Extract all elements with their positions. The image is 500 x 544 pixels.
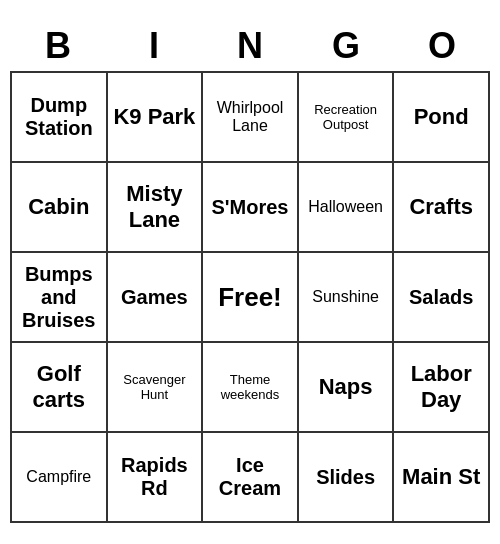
bingo-cell-r2-c3: Sunshine xyxy=(299,253,395,343)
bingo-cell-r3-c4: Labor Day xyxy=(394,343,490,433)
bingo-cell-r1-c3: Halloween xyxy=(299,163,395,253)
bingo-cell-r0-c1: K9 Park xyxy=(108,73,204,163)
header-letter: I xyxy=(106,21,202,71)
bingo-cell-r3-c1: Scavenger Hunt xyxy=(108,343,204,433)
cell-text: Ice Cream xyxy=(207,454,293,500)
bingo-grid: Dump StationK9 ParkWhirlpool LaneRecreat… xyxy=(10,71,490,523)
header-letter: N xyxy=(202,21,298,71)
bingo-cell-r4-c0: Campfire xyxy=(12,433,108,523)
cell-text: Slides xyxy=(316,466,375,489)
bingo-cell-r0-c0: Dump Station xyxy=(12,73,108,163)
cell-text: K9 Park xyxy=(113,104,195,130)
bingo-cell-r2-c4: Salads xyxy=(394,253,490,343)
bingo-cell-r0-c3: Recreation Outpost xyxy=(299,73,395,163)
header-letter: G xyxy=(298,21,394,71)
cell-text: Theme weekends xyxy=(207,372,293,402)
bingo-cell-r0-c4: Pond xyxy=(394,73,490,163)
header-letter: O xyxy=(394,21,490,71)
cell-text: Cabin xyxy=(28,194,89,220)
cell-text: Sunshine xyxy=(312,288,379,306)
cell-text: Recreation Outpost xyxy=(303,102,389,132)
cell-text: Campfire xyxy=(26,468,91,486)
bingo-cell-r4-c4: Main St xyxy=(394,433,490,523)
bingo-cell-r4-c1: Rapids Rd xyxy=(108,433,204,523)
bingo-cell-r1-c0: Cabin xyxy=(12,163,108,253)
bingo-cell-r1-c2: S'Mores xyxy=(203,163,299,253)
bingo-cell-r3-c0: Golf carts xyxy=(12,343,108,433)
cell-text: Dump Station xyxy=(16,94,102,140)
bingo-card: BINGO Dump StationK9 ParkWhirlpool LaneR… xyxy=(10,21,490,523)
cell-text: Whirlpool Lane xyxy=(207,99,293,135)
bingo-cell-r1-c4: Crafts xyxy=(394,163,490,253)
cell-text: Halloween xyxy=(308,198,383,216)
header-letter: B xyxy=(10,21,106,71)
cell-text: Rapids Rd xyxy=(112,454,198,500)
cell-text: Naps xyxy=(319,374,373,400)
bingo-cell-r4-c2: Ice Cream xyxy=(203,433,299,523)
bingo-cell-r4-c3: Slides xyxy=(299,433,395,523)
cell-text: Salads xyxy=(409,286,473,309)
cell-text: Games xyxy=(121,286,188,309)
cell-text: Main St xyxy=(402,464,480,490)
bingo-cell-r3-c2: Theme weekends xyxy=(203,343,299,433)
bingo-cell-r0-c2: Whirlpool Lane xyxy=(203,73,299,163)
cell-text: Pond xyxy=(414,104,469,130)
cell-text: Labor Day xyxy=(398,361,484,413)
bingo-cell-r2-c1: Games xyxy=(108,253,204,343)
bingo-cell-r1-c1: Misty Lane xyxy=(108,163,204,253)
bingo-cell-r2-c0: Bumps and Bruises xyxy=(12,253,108,343)
cell-text: Scavenger Hunt xyxy=(112,372,198,402)
bingo-cell-r2-c2: Free! xyxy=(203,253,299,343)
cell-text: Crafts xyxy=(409,194,473,220)
cell-text: Golf carts xyxy=(16,361,102,413)
bingo-header: BINGO xyxy=(10,21,490,71)
cell-text: Misty Lane xyxy=(112,181,198,233)
bingo-cell-r3-c3: Naps xyxy=(299,343,395,433)
cell-text: Free! xyxy=(218,282,282,313)
cell-text: S'Mores xyxy=(211,196,288,219)
cell-text: Bumps and Bruises xyxy=(16,263,102,332)
